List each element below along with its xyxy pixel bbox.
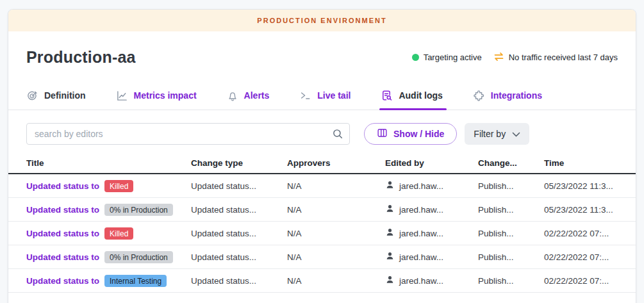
column-header-change-type: Change type: [191, 158, 287, 168]
table-row[interactable]: Updated status to Killed Updated status.…: [8, 174, 636, 198]
change-cell: Publish...: [478, 252, 544, 262]
user-icon: [385, 275, 395, 286]
user-icon: [385, 204, 395, 215]
change-type-cell: Updated status...: [191, 205, 287, 215]
title-link[interactable]: Updated status to: [26, 229, 99, 238]
edited-by-cell: jared.haw...: [385, 275, 478, 286]
column-header-time: Time: [544, 158, 618, 168]
document-search-icon: [381, 89, 393, 102]
approvers-cell: N/A: [287, 276, 385, 286]
tab-definition[interactable]: Definition: [26, 83, 86, 110]
table-row[interactable]: Updated status to Killed Updated status.…: [8, 222, 636, 245]
title-link[interactable]: Updated status to: [26, 276, 99, 286]
edited-by-value: jared.haw...: [399, 252, 443, 262]
targeting-status: Targeting active: [412, 53, 482, 62]
tab-metrics-impact-label: Metrics impact: [134, 90, 197, 101]
targeting-status-label: Targeting active: [424, 53, 482, 62]
time-cell: 02/22/2022 07:...: [544, 229, 618, 238]
title-link[interactable]: Updated status to: [26, 252, 99, 262]
title-cell: Updated status to Killed: [26, 227, 191, 240]
status-badge: Internal Testing: [104, 275, 167, 287]
edited-by-cell: jared.haw...: [385, 227, 478, 239]
table-row[interactable]: Updated status to Internal Testing Updat…: [8, 269, 636, 293]
title-link[interactable]: Updated status to: [26, 181, 99, 191]
approvers-cell: N/A: [287, 252, 385, 262]
table-body: Updated status to Killed Updated status.…: [8, 174, 636, 293]
title-cell: Updated status to 0% in Production: [26, 204, 191, 216]
green-dot-icon: [412, 54, 419, 61]
title-cell: Updated status to Internal Testing: [26, 275, 191, 287]
change-cell: Publish...: [478, 205, 544, 215]
show-hide-label: Show / Hide: [393, 129, 444, 139]
toolbar: Show / Hide Filter by: [8, 123, 636, 145]
environment-banner: PRODUCTION ENVIRONMENT: [8, 10, 636, 31]
edited-by-value: jared.haw...: [399, 181, 443, 191]
tab-alerts-label: Alerts: [244, 90, 270, 101]
puzzle-icon: [473, 90, 485, 102]
approvers-cell: N/A: [287, 205, 385, 215]
time-cell: 05/23/2022 11:3...: [544, 181, 618, 191]
time-cell: 02/22/2022 07:...: [544, 252, 618, 262]
tab-integrations-label: Integrations: [491, 90, 542, 101]
edited-by-cell: jared.haw...: [385, 180, 478, 192]
change-type-cell: Updated status...: [191, 276, 287, 286]
search-wrap: [26, 123, 350, 145]
swap-arrows-icon: [493, 52, 504, 63]
edited-by-cell: jared.haw...: [385, 251, 478, 263]
edited-by-value: jared.haw...: [399, 205, 443, 215]
terminal-icon: [299, 90, 311, 101]
change-type-cell: Updated status...: [191, 252, 287, 262]
tab-audit-logs-label: Audit logs: [399, 90, 442, 101]
change-cell: Publish...: [478, 276, 544, 286]
search-input[interactable]: [26, 123, 350, 145]
user-icon: [385, 227, 395, 239]
change-type-cell: Updated status...: [191, 229, 287, 238]
bell-icon: [227, 90, 238, 102]
traffic-status-label: No traffic received last 7 days: [509, 53, 618, 62]
table-row[interactable]: Updated status to 0% in Production Updat…: [8, 245, 636, 269]
change-cell: Publish...: [478, 181, 544, 191]
tab-live-tail[interactable]: Live tail: [299, 83, 351, 110]
approvers-cell: N/A: [287, 181, 385, 191]
tab-definition-label: Definition: [44, 90, 86, 101]
title-link[interactable]: Updated status to: [26, 205, 99, 215]
edited-by-value: jared.haw...: [399, 229, 443, 238]
table-row[interactable]: Updated status to 0% in Production Updat…: [8, 198, 636, 222]
status-badge: 0% in Production: [104, 251, 173, 263]
columns-icon: [377, 127, 388, 140]
show-hide-button[interactable]: Show / Hide: [364, 123, 457, 145]
change-type-cell: Updated status...: [191, 181, 287, 191]
status-badge: Killed: [104, 180, 133, 192]
status-badge: Killed: [104, 227, 133, 240]
filter-by-label: Filter by: [474, 129, 506, 139]
environment-card: PRODUCTION ENVIRONMENT Production-aa Tar…: [8, 9, 636, 303]
target-icon: [26, 90, 38, 102]
page-header: Production-aa Targeting active No traffi…: [8, 31, 636, 67]
status-group: Targeting active No traffic received las…: [412, 52, 618, 63]
change-cell: Publish...: [478, 229, 544, 238]
audit-log-table: Title Change type Approvers Edited by Ch…: [8, 153, 636, 293]
tab-metrics-impact[interactable]: Metrics impact: [116, 83, 197, 110]
tab-alerts[interactable]: Alerts: [227, 83, 270, 110]
search-icon: [332, 128, 343, 142]
title-cell: Updated status to Killed: [26, 180, 191, 192]
column-header-approvers: Approvers: [287, 158, 385, 168]
tab-audit-logs[interactable]: Audit logs: [381, 83, 442, 110]
chevron-down-icon: [512, 129, 520, 139]
traffic-status: No traffic received last 7 days: [493, 52, 618, 63]
user-icon: [385, 180, 395, 192]
tab-live-tail-label: Live tail: [317, 90, 351, 101]
approvers-cell: N/A: [287, 229, 385, 238]
column-header-title: Title: [26, 158, 191, 168]
tab-bar: Definition Metrics impact Alerts: [8, 83, 636, 110]
environment-banner-label: PRODUCTION ENVIRONMENT: [257, 17, 386, 24]
column-header-change: Change...: [478, 158, 544, 168]
edited-by-value: jared.haw...: [399, 276, 443, 286]
time-cell: 05/23/2022 11:3...: [544, 205, 618, 215]
status-badge: 0% in Production: [104, 204, 173, 216]
line-chart-icon: [116, 90, 128, 102]
time-cell: 02/22/2022 07:...: [544, 276, 618, 286]
filter-by-button[interactable]: Filter by: [465, 123, 529, 145]
tab-integrations[interactable]: Integrations: [473, 83, 542, 110]
table-header-row: Title Change type Approvers Edited by Ch…: [8, 153, 636, 174]
